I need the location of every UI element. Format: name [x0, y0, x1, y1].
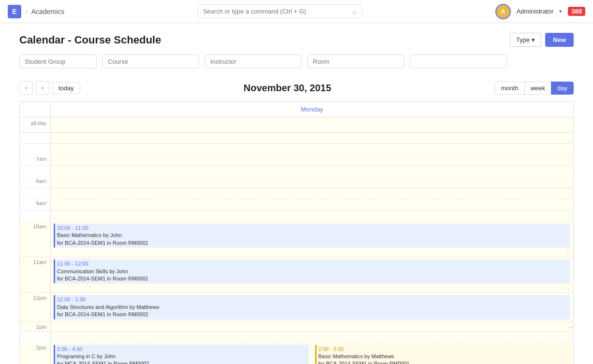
calendar-container: ‹ › today November 30, 2015 month week d… — [0, 76, 593, 364]
event-title: Communication Skills by John — [57, 268, 568, 275]
time-content — [51, 332, 573, 342]
calendar-grid: Monday all-day 7am 8am — [19, 101, 574, 364]
calendar-title: November 30, 2015 — [244, 83, 331, 94]
event-2pm-left: 2:00 - 4:30 Programing in C by John for … — [51, 343, 312, 364]
prev-button[interactable]: ‹ — [19, 81, 33, 95]
expand-icon[interactable]: – — [566, 286, 569, 291]
event-basic-math-matthews[interactable]: 2:00 - 3:30 Basic Mathematics by Matthew… — [315, 345, 571, 364]
event-sub: for BCA-2014-SEM1 in Room RM0001 — [57, 239, 568, 247]
time-label — [20, 332, 51, 342]
event-time: 2:00 - 3:30 — [318, 346, 569, 353]
instructor-filter[interactable] — [205, 55, 302, 69]
time-label-1pm: 1pm — [20, 322, 51, 331]
navbar-right: A Administrator ▾ 388 — [495, 4, 585, 19]
user-name[interactable]: Administrator — [517, 8, 554, 15]
time-content — [51, 166, 573, 177]
navbar-left: E › Academics — [8, 5, 64, 18]
calendar-nav: ‹ › today — [19, 81, 80, 95]
event-sub: for MCA-2014-SEM1 in Room RM0002 — [57, 360, 307, 364]
event-11am-content: 11:00 - 12:00 Communication Skills by Jo… — [51, 257, 573, 293]
time-content-8am — [51, 177, 573, 188]
event-2pm-area: 2:00 - 4:30 Programing in C by John for … — [51, 343, 573, 364]
time-row — [20, 188, 573, 199]
view-switcher: month week day — [495, 82, 574, 95]
event-title: Data Structures and Algorithm by Matthew… — [57, 304, 568, 311]
event-time: 12:00 - 1:30 — [57, 296, 568, 303]
date-filter[interactable]: 01/11/2015 — [410, 55, 506, 69]
event-data-structures[interactable]: 12:00 - 1:30 Data Structures and Algorit… — [54, 295, 570, 319]
breadcrumb[interactable]: Academics — [31, 8, 64, 15]
expand-icon[interactable]: – — [569, 324, 572, 330]
month-view-button[interactable]: month — [495, 82, 524, 95]
search-bar: ⌕ — [198, 4, 362, 18]
time-row-7am: 7am — [20, 155, 573, 166]
today-button[interactable]: today — [52, 82, 80, 94]
time-row-9am: 9am — [20, 199, 573, 210]
notification-badge[interactable]: 388 — [568, 7, 585, 16]
time-row-1pm: 1pm – — [20, 322, 573, 332]
time-label — [20, 133, 51, 143]
event-basic-mathematics[interactable]: 10:00 - 11:00 Basic Mathematics by John … — [54, 224, 570, 248]
time-label-8am: 8am — [20, 177, 51, 188]
avatar: A — [495, 4, 511, 19]
time-label — [20, 166, 51, 177]
time-row-8am: 8am — [20, 177, 573, 188]
event-time: 11:00 - 12:00 — [57, 260, 568, 267]
time-row-11am: 11am 11:00 - 12:00 Communication Skills … — [20, 257, 573, 293]
search-input[interactable] — [203, 8, 348, 15]
page-header: Calendar - Course Schedule Type ▾ New — [0, 23, 593, 55]
time-content — [51, 144, 573, 154]
page-title: Calendar - Course Schedule — [19, 34, 161, 46]
navbar: E › Academics ⌕ A Administrator ▾ 388 — [0, 0, 593, 23]
event-title: Programing in C by John — [57, 353, 307, 360]
event-sub: for BCA-2014-SEM1 in Room RM0001 — [318, 360, 569, 364]
expand-icon[interactable]: – — [566, 250, 569, 255]
filter-row: 01/11/2015 — [0, 55, 593, 76]
expand-area-10am: – — [52, 249, 572, 256]
new-button[interactable]: New — [545, 33, 574, 47]
time-row — [20, 332, 573, 343]
time-label-2pm: 2pm — [20, 343, 51, 364]
app-icon[interactable]: E — [8, 5, 21, 18]
time-row-10am: 10am 10:00 - 11:00 Basic Mathematics by … — [20, 222, 573, 257]
event-2pm-right: 2:00 - 3:30 Basic Mathematics by Matthew… — [312, 343, 574, 364]
time-content — [51, 133, 573, 143]
next-button[interactable]: › — [36, 81, 49, 95]
event-programing-c[interactable]: 2:00 - 4:30 Programing in C by John for … — [54, 345, 309, 364]
day-header-empty — [20, 102, 51, 117]
time-row — [20, 133, 573, 144]
time-label-11am: 11am — [20, 257, 51, 293]
type-button[interactable]: Type ▾ — [510, 33, 541, 47]
breadcrumb-separator: › — [25, 8, 28, 15]
event-time: 10:00 - 11:00 — [57, 224, 568, 232]
course-filter[interactable] — [102, 55, 199, 69]
day-name: Monday — [51, 102, 573, 117]
room-filter[interactable] — [307, 55, 404, 69]
type-dropdown-arrow: ▾ — [532, 36, 535, 43]
event-10am-content: 10:00 - 11:00 Basic Mathematics by John … — [51, 222, 573, 257]
allday-label: all-day — [20, 117, 51, 132]
event-sub: for BCA-2014-SEM1 in Room RM0001 — [57, 275, 568, 282]
day-view-button[interactable]: day — [551, 82, 574, 95]
time-row-12pm: 12pm 12:00 - 1:30 Data Structures and Al… — [20, 293, 573, 322]
event-communication-skills[interactable]: 11:00 - 12:00 Communication Skills by Jo… — [54, 259, 570, 283]
event-12pm-content: 12:00 - 1:30 Data Structures and Algorit… — [51, 293, 573, 321]
event-title: Basic Mathematics by John — [57, 232, 568, 239]
time-content-9am — [51, 199, 573, 210]
time-label-9am: 9am — [20, 199, 51, 210]
time-content — [51, 188, 573, 199]
time-label — [20, 210, 51, 221]
time-row — [20, 210, 573, 222]
user-dropdown-arrow[interactable]: ▾ — [559, 8, 562, 14]
time-row — [20, 144, 573, 155]
student-group-filter[interactable] — [19, 55, 97, 69]
time-label-12pm: 12pm — [20, 293, 51, 321]
event-time: 2:00 - 4:30 — [57, 346, 307, 353]
week-view-button[interactable]: week — [524, 82, 551, 95]
expand-area-11am: – — [52, 284, 572, 292]
time-row-2pm: 2pm 2:00 - 4:30 Programing in C by John … — [20, 343, 573, 364]
time-row — [20, 166, 573, 177]
header-actions: Type ▾ New — [510, 33, 574, 47]
day-header-row: Monday — [20, 102, 573, 117]
time-label-10am: 10am — [20, 222, 51, 257]
